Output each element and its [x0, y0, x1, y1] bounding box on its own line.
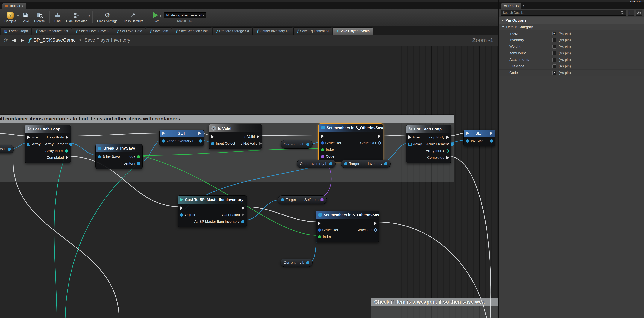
- tab-save-player-inventory[interactable]: ƒ Save Player Invento: [333, 27, 373, 35]
- tab-gather-inventory[interactable]: ƒ Gather Inventory D:: [253, 27, 293, 35]
- code-pin[interactable]: [321, 155, 324, 158]
- tab-save-item[interactable]: ƒ Save Item: [146, 27, 172, 35]
- target-in-pin[interactable]: [281, 198, 284, 202]
- exec-out-pin[interactable]: [198, 131, 201, 135]
- struct-out-pin[interactable]: [374, 228, 377, 232]
- node-header[interactable]: Break S_InvSave: [96, 144, 142, 152]
- output-pin[interactable]: [329, 162, 332, 166]
- cast-failed-pin[interactable]: [242, 213, 244, 217]
- save-button[interactable]: Save: [19, 11, 32, 24]
- comment-header[interactable]: Check if item is a weapon, if so then sa…: [371, 298, 498, 306]
- toolbar-panel-tab[interactable]: Toolbar ▾: [2, 3, 26, 9]
- hide-unrelated-options-caret[interactable]: ▾: [88, 14, 90, 18]
- tab-save-weapon-slots[interactable]: ƒ Save Weapon Slots: [172, 27, 212, 35]
- checkbox-attachments[interactable]: [552, 58, 556, 62]
- exec-out-pin[interactable]: [242, 206, 244, 210]
- tab-options-caret[interactable]: ▾: [523, 4, 524, 7]
- input-object-pin[interactable]: [211, 142, 214, 145]
- favorite-star-icon[interactable]: ☆: [3, 37, 8, 43]
- node-for-each-loop-2[interactable]: ↻ For Each Loop Exec Loop Body Array Arr…: [406, 125, 451, 163]
- blueprint-graph-canvas[interactable]: all container items inventories to find …: [0, 46, 498, 318]
- loop-body-pin[interactable]: [66, 135, 68, 139]
- output-pin[interactable]: [384, 162, 388, 166]
- section-expander-icon[interactable]: ▼: [501, 19, 504, 22]
- struct-ref-pin[interactable]: [318, 228, 321, 232]
- exec-in-pin[interactable]: [211, 135, 214, 139]
- checkbox-firemode[interactable]: [552, 64, 556, 68]
- exec-out-pin[interactable]: [378, 134, 380, 138]
- index-pin[interactable]: [321, 148, 324, 151]
- output-pin[interactable]: [320, 198, 324, 202]
- node-header[interactable]: ? Is Valid: [209, 124, 262, 132]
- node-set-members-1[interactable]: Set members in S_OtherInvSaves Struct Re…: [318, 123, 383, 162]
- var-get-inventory[interactable]: Target Inventory: [341, 160, 391, 168]
- tab-save-equipment[interactable]: ƒ Save Equipment Sl: [294, 27, 332, 35]
- breadcrumb-function[interactable]: Save Player Inventory: [84, 37, 130, 43]
- checkbox-itemcount[interactable]: [552, 51, 556, 55]
- exec-in-pin[interactable]: [408, 135, 411, 139]
- default-category-header[interactable]: ▼ Default Category: [499, 24, 644, 30]
- node-set-members-2[interactable]: Set members in S_OtherInvSaves Struct Re…: [316, 211, 379, 242]
- search-details-input[interactable]: [503, 11, 620, 15]
- as-cast-pin[interactable]: [241, 220, 244, 223]
- node-set-other-inventory[interactable]: SET Other Inventory L: [159, 130, 204, 146]
- details-panel-tab[interactable]: ▤ Details: [501, 3, 521, 9]
- array-element-pin[interactable]: [69, 142, 72, 146]
- exec-in-pin[interactable]: [162, 131, 165, 135]
- value-out-pin[interactable]: [199, 139, 202, 142]
- display-filter-button[interactable]: [636, 10, 642, 16]
- back-button[interactable]: ◀: [11, 37, 17, 43]
- node-header[interactable]: Cast To BP_MasterItemInventory: [178, 196, 247, 204]
- node-for-each-loop-1[interactable]: ↻ For Each Loop Exec Loop Body Array Arr…: [25, 125, 71, 163]
- exec-in-pin[interactable]: [321, 134, 324, 138]
- compile-button[interactable]: ? Compile: [2, 11, 19, 24]
- find-button[interactable]: Find: [52, 11, 64, 24]
- index-pin[interactable]: [318, 235, 321, 238]
- node-cast-to-bp-masteriteminventory[interactable]: Cast To BP_MasterItemInventory Object Ca…: [178, 196, 247, 227]
- completed-pin[interactable]: [66, 156, 68, 160]
- tab-save-resource-inst[interactable]: ƒ Save Resource Inst: [32, 27, 72, 35]
- struct-in-pin[interactable]: [98, 155, 101, 158]
- output-pin[interactable]: [8, 148, 11, 151]
- exec-in-pin[interactable]: [466, 131, 469, 135]
- value-in-pin[interactable]: [466, 139, 469, 142]
- class-defaults-button[interactable]: Class Defaults: [120, 11, 146, 24]
- node-header[interactable]: SET: [464, 130, 495, 136]
- exec-out-pin[interactable]: [374, 221, 377, 225]
- exec-out-pin[interactable]: [490, 131, 492, 135]
- inventory-pin[interactable]: [137, 162, 140, 165]
- target-in-pin[interactable]: [344, 162, 347, 166]
- index-pin[interactable]: [137, 155, 140, 158]
- debug-object-select[interactable]: No debug object selected ▾: [164, 12, 206, 18]
- value-in-pin[interactable]: [162, 139, 165, 142]
- tab-prepare-storage[interactable]: ƒ Prepare Storage Sa: [212, 27, 252, 35]
- pin-options-section-header[interactable]: ▼ Pin Options: [499, 17, 644, 24]
- object-pin[interactable]: [180, 213, 183, 217]
- play-options-caret[interactable]: ▾: [160, 14, 162, 18]
- value-out-pin[interactable]: [490, 139, 493, 142]
- breadcrumb-class[interactable]: BP_SGKSaveGame: [34, 37, 76, 43]
- hide-unrelated-button[interactable]: Hide Unrelated: [64, 11, 90, 24]
- tab-event-graph[interactable]: ▦ Event Graph: [1, 27, 32, 35]
- search-box[interactable]: [501, 10, 626, 16]
- category-expander-icon[interactable]: ▼: [502, 26, 504, 28]
- tab-select-level-save[interactable]: ƒ Select Level Save D: [72, 27, 113, 35]
- browse-button[interactable]: Browse: [32, 11, 48, 24]
- comment-header[interactable]: all container items inventories to find …: [0, 115, 454, 123]
- compile-options-caret[interactable]: ▾: [17, 14, 19, 18]
- completed-pin[interactable]: [446, 156, 449, 160]
- loop-body-pin[interactable]: [446, 135, 449, 139]
- checkbox-weight[interactable]: [552, 45, 556, 49]
- array-element-pin[interactable]: [450, 142, 454, 146]
- play-button[interactable]: Play: [150, 11, 162, 24]
- array-pin[interactable]: [27, 142, 30, 146]
- exec-in-pin[interactable]: [318, 221, 321, 225]
- var-get-current-inv-l-1[interactable]: Current Inv L: [280, 140, 312, 148]
- checkbox-inventory[interactable]: [552, 38, 556, 42]
- is-not-valid-pin[interactable]: [259, 142, 262, 145]
- array-pin[interactable]: [408, 142, 412, 146]
- node-header[interactable]: Set members in S_OtherInvSaves: [316, 211, 379, 219]
- caret-down-icon[interactable]: ▾: [22, 4, 24, 8]
- var-get-saves-l[interactable]: aves L: [0, 145, 14, 153]
- tab-set-level-data[interactable]: ƒ Set Level Data: [113, 27, 146, 35]
